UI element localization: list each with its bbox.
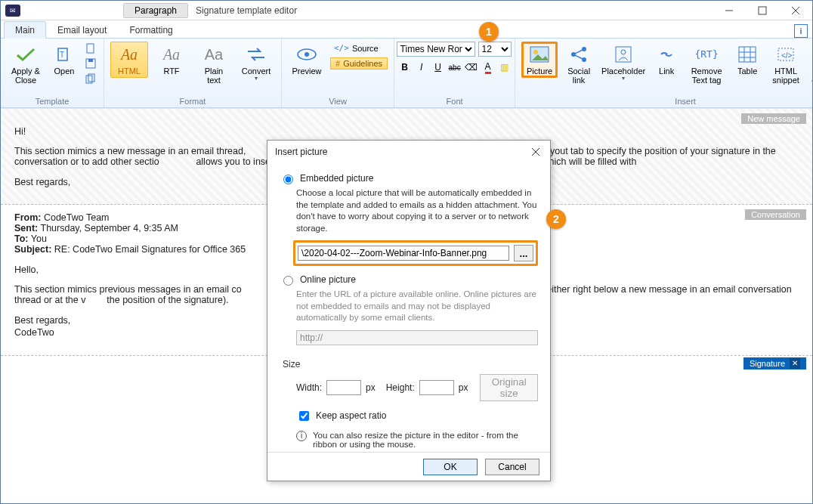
font-size-select[interactable]: 12: [478, 42, 512, 57]
italic-button[interactable]: I: [413, 60, 430, 75]
open-label: Open: [54, 66, 75, 76]
person-icon: [613, 44, 634, 65]
rtf-label: RTF: [163, 66, 179, 76]
table-icon: [737, 44, 758, 65]
close-icon: [531, 147, 540, 156]
html-label: HTML: [118, 66, 141, 76]
px-label-2: px: [459, 382, 468, 393]
maximize-icon: [758, 6, 767, 15]
copy-icon: [85, 73, 96, 84]
cancel-button[interactable]: Cancel: [485, 459, 539, 475]
signature-close-icon[interactable]: ✕: [790, 358, 800, 369]
ok-button[interactable]: OK: [423, 459, 478, 475]
close-button[interactable]: [779, 1, 812, 20]
signature-badge[interactable]: Signature ✕: [743, 357, 806, 369]
plain-format-button[interactable]: Aa Plain text: [195, 42, 233, 87]
conversation-badge: Conversation: [745, 209, 806, 220]
source-button[interactable]: </> Source: [330, 42, 388, 54]
source-label: Source: [352, 44, 379, 53]
snippet-button[interactable]: </> HTML snippet: [768, 42, 804, 87]
rtf-format-button[interactable]: Aa RTF: [153, 42, 190, 78]
save-template-button[interactable]: [84, 57, 97, 70]
dialog-close-button[interactable]: [529, 145, 543, 159]
group-view: Preview </> Source # Guidelines View: [282, 39, 394, 107]
link-icon: [656, 44, 677, 65]
svg-text:</>: </>: [781, 51, 793, 60]
check-icon: [15, 44, 36, 65]
snippet-label: HTML snippet: [770, 66, 802, 85]
keep-ratio-checkbox[interactable]: [299, 411, 309, 421]
url-input: [296, 330, 538, 345]
callout-1: 1: [479, 22, 499, 42]
insert-picture-dialog: Insert picture Embedded picture Choose a…: [267, 140, 551, 481]
picture-label: Picture: [527, 66, 552, 76]
bold-button[interactable]: B: [397, 60, 413, 75]
svg-point-17: [582, 57, 586, 62]
tab-formatting[interactable]: Formatting: [118, 21, 184, 39]
preview-button[interactable]: Preview: [288, 42, 326, 78]
embedded-radio[interactable]: [283, 175, 293, 184]
browse-button[interactable]: ...: [514, 245, 533, 261]
app-icon: ✉: [5, 5, 20, 17]
embedded-label: Embedded picture: [300, 173, 373, 184]
tab-email-layout[interactable]: Email layout: [46, 21, 118, 39]
underline-button[interactable]: U: [430, 60, 447, 75]
guidelines-label: Guidelines: [343, 59, 382, 68]
convert-button[interactable]: Convert ▾: [237, 42, 275, 85]
strike-button[interactable]: abc: [447, 60, 463, 75]
svg-text:T: T: [60, 51, 64, 59]
social-link-button[interactable]: Social link: [562, 42, 595, 87]
group-format: Aa HTML Aa RTF Aa Plain text Convert ▾ F…: [104, 39, 282, 107]
path-input[interactable]: [298, 246, 509, 261]
apply-close-button[interactable]: Apply & Close: [7, 42, 45, 87]
font-family-select[interactable]: Times New Ror: [397, 42, 475, 57]
height-label: Height:: [386, 382, 415, 393]
html-icon: Aa: [119, 44, 140, 65]
callout-2: 2: [546, 209, 566, 229]
info-icon: i: [296, 431, 307, 441]
table-button[interactable]: Table: [731, 42, 763, 78]
maximize-button[interactable]: [746, 1, 779, 20]
special-char-button[interactable]: Ω Special character: [808, 42, 813, 87]
picture-button[interactable]: Picture: [521, 42, 558, 78]
minimize-button[interactable]: [713, 1, 746, 20]
link-button[interactable]: Link: [651, 42, 682, 78]
online-desc: Enter the URL of a picture available onl…: [296, 289, 538, 324]
paragraph-chip[interactable]: Paragraph: [123, 3, 188, 18]
remove-tag-button[interactable]: {RT} Remove Text tag: [686, 42, 727, 87]
plain-label: Plain text: [197, 66, 230, 85]
eraser-icon: ⌫: [465, 62, 478, 73]
social-label: Social link: [564, 66, 593, 85]
svg-rect-22: [739, 47, 756, 62]
group-font: Times New Ror 12 B I U abc ⌫ A ▥ Font: [394, 39, 515, 107]
height-input[interactable]: [419, 380, 454, 395]
html-format-button[interactable]: Aa HTML: [110, 42, 148, 78]
group-format-label: Format: [180, 95, 206, 106]
remove-tag-label: Remove Text tag: [688, 66, 725, 85]
online-radio[interactable]: [283, 276, 293, 286]
px-label: px: [366, 382, 376, 393]
plain-icon: Aa: [203, 44, 224, 65]
preview-label: Preview: [292, 66, 321, 76]
highlight-icon: ▥: [500, 62, 509, 73]
highlight-button[interactable]: ▥: [496, 60, 513, 75]
new-template-button[interactable]: [84, 42, 97, 55]
width-label: Width:: [296, 382, 322, 393]
info-button[interactable]: i: [794, 24, 808, 38]
grid-icon: #: [335, 59, 340, 68]
guidelines-button[interactable]: # Guidelines: [330, 57, 388, 70]
svg-line-18: [575, 50, 583, 54]
svg-point-15: [571, 52, 576, 57]
copy-template-button[interactable]: [84, 72, 97, 85]
clear-format-button[interactable]: ⌫: [463, 60, 480, 75]
tab-strip: Main Email layout Formatting i: [1, 20, 812, 39]
font-color-button[interactable]: A: [480, 60, 496, 75]
chevron-down-icon: ▾: [255, 76, 258, 82]
width-input[interactable]: [326, 380, 361, 395]
group-template: Apply & Close T Open Template: [1, 39, 104, 107]
group-template-label: Template: [36, 95, 70, 106]
tab-main[interactable]: Main: [4, 21, 46, 39]
open-button[interactable]: T Open: [49, 42, 79, 78]
placeholder-button[interactable]: Placeholder ▾: [600, 42, 647, 85]
close-icon: [791, 6, 800, 15]
